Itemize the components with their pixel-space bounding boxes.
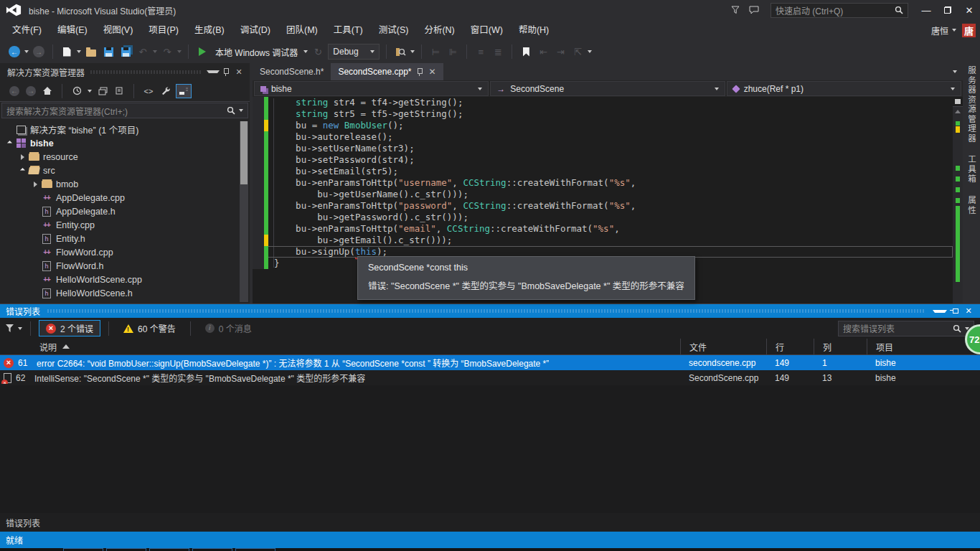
breakpoint-gutter[interactable] bbox=[253, 166, 264, 177]
column-line[interactable]: 行 bbox=[766, 339, 814, 354]
se-sync-selection-button[interactable] bbox=[113, 84, 125, 98]
apply-changes-button[interactable]: ↻ bbox=[311, 44, 325, 60]
undo-button[interactable]: ↶ bbox=[136, 44, 150, 60]
menu-item-E[interactable]: 编辑(E) bbox=[50, 22, 95, 38]
decrease-indent-button[interactable]: ≡ bbox=[473, 44, 488, 60]
close-icon[interactable]: ✕ bbox=[961, 306, 976, 316]
search-icon[interactable] bbox=[953, 324, 961, 333]
member-dropdown[interactable]: zhuce(Ref * p1) bbox=[727, 81, 961, 96]
close-button[interactable]: ✕ bbox=[958, 2, 980, 18]
code-line[interactable]: bu->getEmail().c_str())); bbox=[253, 235, 953, 246]
breakpoint-gutter[interactable] bbox=[253, 189, 264, 200]
open-file-button[interactable] bbox=[84, 44, 98, 60]
type-dropdown[interactable]: → SecondScene bbox=[490, 81, 725, 96]
tree-item[interactable]: src bbox=[0, 164, 250, 177]
close-icon[interactable]: ✕ bbox=[232, 67, 245, 77]
configuration-combo[interactable]: Debug bbox=[328, 44, 380, 60]
code-line[interactable]: bu->setEmail(str5); bbox=[253, 166, 953, 177]
tree-item[interactable]: ++Entity.cpp bbox=[0, 218, 250, 232]
breakpoint-gutter[interactable] bbox=[253, 177, 264, 189]
tab-error-list[interactable]: 错误列表 bbox=[6, 514, 47, 531]
messages-filter-button[interactable]: i 0 个消息 bbox=[199, 320, 258, 336]
tree-item[interactable]: bmob bbox=[0, 177, 250, 191]
chevron-collapsed-icon[interactable] bbox=[30, 182, 40, 187]
column-description[interactable]: 说明 bbox=[0, 339, 680, 354]
back-dropdown-icon[interactable] bbox=[24, 50, 29, 53]
close-icon[interactable]: ✕ bbox=[428, 67, 435, 77]
breakpoint-gutter[interactable] bbox=[253, 108, 264, 120]
breakpoint-gutter[interactable] bbox=[253, 131, 264, 143]
error-row[interactable]: ×61error C2664: “void BmobUser::signUp(B… bbox=[0, 355, 980, 370]
menu-item-N[interactable]: 分析(N) bbox=[416, 22, 462, 38]
feedback-smiley-icon[interactable] bbox=[745, 3, 763, 17]
new-file-button[interactable] bbox=[60, 44, 74, 60]
tree-item[interactable]: hFlowWord.h bbox=[0, 259, 250, 273]
code-line[interactable]: bu->enParamsToHttp("password", CCString:… bbox=[253, 200, 953, 212]
code-line[interactable]: string str4 = tf4->getString(); bbox=[253, 97, 953, 108]
code-line[interactable]: bu->getUserName().c_str())); bbox=[253, 189, 953, 200]
tree-item[interactable]: hAppDelegate.h bbox=[0, 204, 250, 218]
menu-item-W[interactable]: 窗口(W) bbox=[463, 22, 511, 38]
side-tab-服务器资源管理器[interactable]: 服务器资源管理器 bbox=[966, 66, 977, 143]
new-file-dropdown-icon[interactable] bbox=[77, 50, 81, 53]
se-collapse-all-button[interactable] bbox=[176, 84, 192, 98]
document-list-dropdown[interactable] bbox=[947, 63, 963, 80]
menu-item-F[interactable]: 文件(F) bbox=[4, 22, 50, 38]
find-in-files-button[interactable] bbox=[393, 44, 407, 60]
filter-dropdown-icon[interactable] bbox=[18, 327, 22, 330]
project-dropdown[interactable]: bishe bbox=[254, 81, 489, 96]
menu-item-H[interactable]: 帮助(H) bbox=[511, 22, 557, 38]
chevron-collapsed-icon[interactable] bbox=[17, 154, 27, 160]
tree-item[interactable]: ++FlowWord.cpp bbox=[0, 245, 250, 259]
filter-icon[interactable] bbox=[6, 324, 14, 332]
warnings-filter-button[interactable]: 60 个警告 bbox=[117, 320, 182, 336]
increase-indent-button[interactable]: ≣ bbox=[491, 44, 505, 60]
error-list-search-input[interactable]: 搜索错误列表 bbox=[838, 321, 974, 336]
start-debug-button[interactable] bbox=[195, 44, 209, 60]
search-icon[interactable] bbox=[227, 106, 235, 115]
pin-icon[interactable] bbox=[947, 308, 961, 314]
breakpoint-gutter[interactable] bbox=[253, 246, 264, 258]
code-line[interactable]: bu->enParamsToHttp("username", CCString:… bbox=[253, 177, 953, 189]
solution-search-input[interactable]: 搜索解决方案资源管理器(Ctrl+;) bbox=[1, 103, 248, 118]
code-line[interactable]: bu->autorelease(); bbox=[253, 131, 953, 143]
se-pending-changes-button[interactable] bbox=[71, 84, 83, 98]
next-bookmark-button[interactable]: ⇥ bbox=[553, 44, 567, 60]
scroll-up-icon[interactable] bbox=[953, 107, 963, 116]
scrollbar-thumb[interactable] bbox=[240, 121, 248, 184]
menu-item-M[interactable]: 团队(M) bbox=[278, 22, 326, 38]
navigate-forward-button[interactable]: → bbox=[32, 44, 46, 60]
panel-menu-icon[interactable] bbox=[207, 70, 220, 73]
save-all-button[interactable] bbox=[118, 44, 133, 60]
quick-launch-input[interactable]: 快速启动 (Ctrl+Q) bbox=[771, 3, 908, 18]
tree-item[interactable]: hEntity.h bbox=[0, 232, 250, 245]
chevron-expanded-icon[interactable] bbox=[4, 141, 14, 145]
tree-item[interactable]: hHelloWorldScene.h bbox=[0, 286, 250, 300]
column-file[interactable]: 文件 bbox=[680, 339, 766, 354]
se-preview-button[interactable] bbox=[97, 84, 108, 98]
navigate-back-button[interactable]: ← bbox=[7, 44, 22, 60]
error-row[interactable]: 62IntelliSense: "SecondScene *" 类型的实参与 "… bbox=[0, 370, 980, 385]
save-button[interactable] bbox=[101, 44, 116, 60]
comment-button[interactable]: ⊨ bbox=[428, 44, 443, 60]
code-line[interactable]: bu->enParamsToHttp("email", CCString::cr… bbox=[253, 223, 953, 235]
prev-bookmark-button[interactable]: ⇤ bbox=[536, 44, 550, 60]
bookmark-overflow-icon[interactable] bbox=[588, 50, 592, 53]
se-forward-button[interactable]: → bbox=[25, 84, 37, 98]
feedback-filter-icon[interactable] bbox=[726, 3, 745, 17]
redo-dropdown-icon[interactable] bbox=[177, 50, 182, 53]
se-home-button[interactable] bbox=[42, 84, 53, 98]
menu-item-S[interactable]: 测试(S) bbox=[371, 22, 417, 38]
code-editor[interactable]: string str4 = tf4->getString(); string s… bbox=[253, 97, 963, 303]
menu-item-D[interactable]: 调试(D) bbox=[232, 22, 278, 38]
side-tab-属性[interactable]: 属性 bbox=[966, 196, 977, 215]
error-list-titlebar[interactable]: 错误列表 ✕ bbox=[0, 304, 980, 318]
breakpoint-gutter[interactable] bbox=[253, 235, 264, 246]
pin-icon[interactable] bbox=[416, 67, 423, 76]
toggle-bookmark-button[interactable] bbox=[519, 44, 533, 60]
splitter-grip-icon[interactable] bbox=[953, 97, 963, 107]
tree-item[interactable]: bishe bbox=[0, 136, 250, 150]
se-view-code-button[interactable]: <> bbox=[143, 84, 154, 98]
signed-in-user[interactable]: 唐恒 bbox=[931, 24, 956, 37]
redo-button[interactable]: ↷ bbox=[160, 44, 174, 60]
